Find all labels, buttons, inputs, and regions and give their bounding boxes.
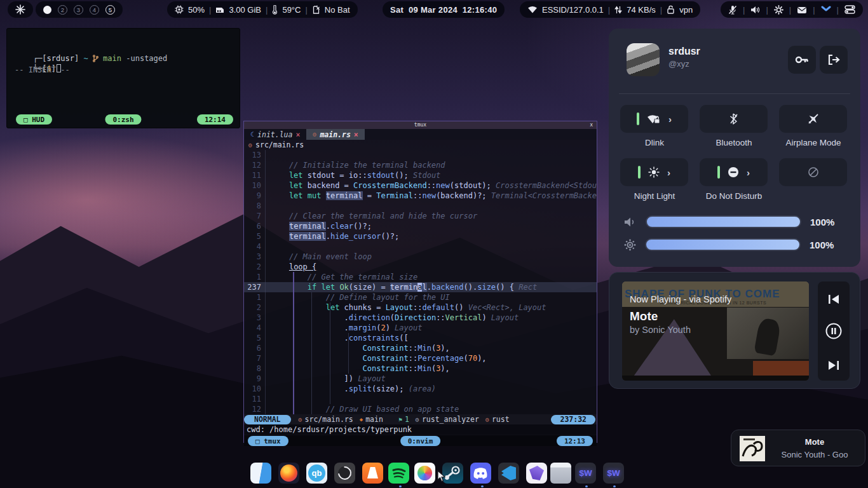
- pause-button[interactable]: [818, 318, 850, 344]
- rust-icon: ⚙: [248, 142, 252, 149]
- toggle-wifi-dlink[interactable]: ›: [620, 105, 688, 133]
- network-speed-icon: [614, 6, 622, 14]
- notification-popup[interactable]: Mote Sonic Youth - Goo: [731, 430, 865, 466]
- workspace-4[interactable]: 4: [90, 5, 99, 15]
- mouse-cursor: [437, 470, 447, 483]
- tmux-clock-pill: 12:14: [197, 114, 233, 125]
- dock-trash-icon[interactable]: [550, 463, 571, 484]
- launcher-pill[interactable]: [8, 1, 33, 18]
- active-indicator: [717, 166, 720, 179]
- volume-slider[interactable]: [646, 215, 801, 228]
- wifi-icon: [527, 6, 538, 13]
- dock-qbittorrent-icon[interactable]: qb: [306, 463, 327, 484]
- user-handle: @xyz: [668, 59, 689, 69]
- brightness-slider[interactable]: [645, 238, 801, 251]
- rust-icon: ⚙: [485, 416, 489, 423]
- toggle-do-not-disturb[interactable]: ›: [700, 158, 768, 186]
- code-area[interactable]: 1312 // Initialize the terminal backend1…: [244, 150, 597, 414]
- dock-vscode-icon[interactable]: [498, 463, 519, 484]
- buffer-tabline: ☾ init.lua × ⚙ main.rs ×: [244, 129, 597, 140]
- code-line: 12 // Draw UI based on app state: [244, 404, 597, 414]
- tab-close-icon[interactable]: ×: [354, 130, 358, 139]
- flag-icon: ⚑: [398, 416, 402, 423]
- cwd-line: cwd: /home/srdusr/projects/typerpunk: [244, 424, 597, 435]
- toggle-empty[interactable]: [779, 158, 847, 186]
- dock-discord-icon[interactable]: [470, 463, 491, 484]
- dock-spotify-icon[interactable]: [388, 463, 409, 484]
- tab-close-icon[interactable]: ×: [295, 130, 300, 139]
- code-line: 5 .constraints([: [244, 333, 597, 343]
- close-icon[interactable]: x: [590, 122, 593, 128]
- star-launcher-icon[interactable]: [15, 4, 25, 15]
- code-line: 6 terminal.clear()?;: [244, 221, 597, 231]
- statusline-file: ⚙ src/main.rs: [299, 415, 353, 424]
- discord-logo: [470, 463, 491, 484]
- code-line: 10 let backend = CrosstermBackend::new(s…: [244, 180, 597, 191]
- temperature-icon: [272, 5, 278, 15]
- vi-mode-indicator: -- INSERT --: [15, 65, 70, 74]
- separator: |: [743, 5, 745, 15]
- logout-button[interactable]: [820, 46, 848, 74]
- code-line: 5 terminal.hide_cursor()?;: [244, 231, 597, 241]
- separator: |: [209, 5, 211, 15]
- user-name: srdusr: [668, 46, 700, 57]
- tmux-window-pill[interactable]: 0:nvim: [400, 436, 441, 446]
- microphone-muted-icon[interactable]: [728, 5, 737, 15]
- code-line: 2 let chunks = Layout::default() Vec<Rec…: [244, 302, 597, 313]
- battery-status: No Bat: [325, 5, 350, 15]
- network-pill[interactable]: ESSID/127.0.0.1 | 74 KB/s | vpn: [520, 1, 700, 18]
- chevron-right-icon[interactable]: ›: [747, 167, 750, 178]
- editor-window[interactable]: tmux x ☾ init.lua × ⚙ main.rs × ⚙ src/ma…: [243, 121, 597, 443]
- toggle-bluetooth[interactable]: [700, 105, 768, 133]
- workspace-5[interactable]: 5: [105, 5, 115, 15]
- tmux-window-pill[interactable]: 0:zsh: [105, 114, 141, 125]
- dock-sw-app-icon-2[interactable]: $W: [603, 463, 624, 484]
- workspace-3[interactable]: 3: [74, 5, 83, 15]
- speaker-icon[interactable]: [750, 6, 760, 14]
- tab-init-lua[interactable]: ☾ init.lua ×: [244, 129, 306, 140]
- toggles-icon[interactable]: [844, 5, 855, 14]
- dock-sw-app-icon[interactable]: $W: [575, 463, 596, 484]
- terminal-window[interactable]: ┌─[srdusr] ~ main -unstaged └─[$] -- INS…: [6, 28, 240, 128]
- dock-firefox-icon[interactable]: [278, 463, 299, 484]
- dock-photos-icon[interactable]: [414, 463, 435, 484]
- password-key-button[interactable]: [788, 46, 816, 74]
- dock-obsidian-icon[interactable]: [526, 463, 547, 484]
- separator: |: [608, 5, 610, 15]
- chevron-down-icon[interactable]: [821, 6, 831, 13]
- airplane-off-icon: [807, 113, 820, 125]
- dock-files-icon[interactable]: [250, 463, 271, 484]
- obsidian-gem: [529, 466, 544, 480]
- window-title: tmux: [414, 122, 426, 128]
- workspace-1-active-dot[interactable]: [43, 6, 51, 14]
- winbar-filename: src/main.rs: [255, 140, 304, 149]
- tmux-session-pill[interactable]: □ HUD: [16, 114, 52, 125]
- system-stats-pill: 50% | 3.00 GiB | 59°C | No Bat: [167, 1, 358, 18]
- dock-vlc-icon[interactable]: [362, 463, 383, 484]
- tmux-session-pill[interactable]: □ tmux: [248, 436, 288, 446]
- chevron-right-icon[interactable]: ›: [668, 114, 672, 125]
- toggle-night-light[interactable]: ›: [620, 158, 688, 186]
- prompt-dirty: -unstaged: [121, 54, 167, 63]
- prompt-path: ~: [83, 54, 88, 63]
- active-indicator: [638, 166, 641, 179]
- indent-guide: [348, 333, 349, 374]
- dock-obs-icon[interactable]: [334, 463, 355, 484]
- separator: |: [766, 5, 768, 15]
- separator: |: [266, 5, 268, 15]
- settings-gear-icon[interactable]: [774, 5, 783, 15]
- chevron-right-icon[interactable]: ›: [667, 167, 670, 178]
- tab-main-rs[interactable]: ⚙ main.rs ×: [306, 129, 364, 140]
- active-indicator: [637, 112, 639, 125]
- workspace-2[interactable]: 2: [58, 5, 67, 15]
- logout-icon: [827, 54, 840, 65]
- mail-icon[interactable]: [797, 6, 807, 14]
- toggle-airplane-mode[interactable]: [779, 105, 847, 133]
- date-time: Sat 09 Mar 2024 12:16:40: [390, 5, 497, 15]
- separator: |: [813, 5, 815, 15]
- code-line: 4: [244, 241, 597, 252]
- clock-pill[interactable]: Sat 09 Mar 2024 12:16:40: [383, 1, 505, 18]
- gear-icon: ⚙: [416, 416, 419, 423]
- previous-track-button[interactable]: [818, 287, 850, 312]
- next-track-button[interactable]: [818, 353, 850, 378]
